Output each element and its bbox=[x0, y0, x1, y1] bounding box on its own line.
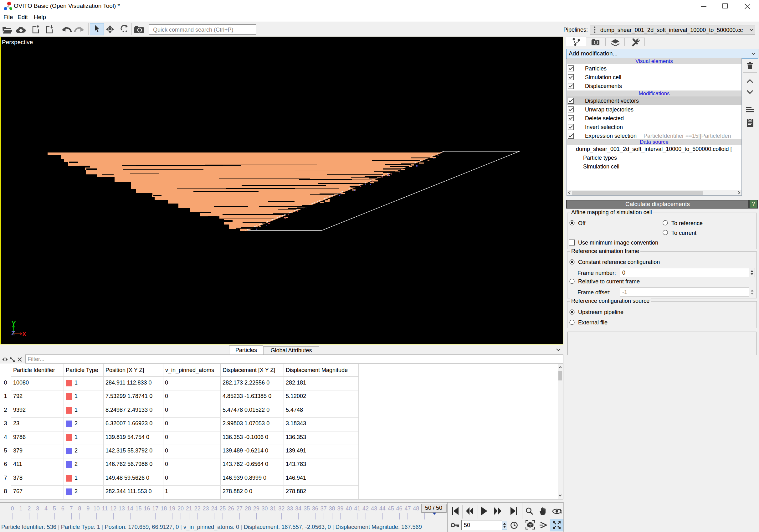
svg-text:Y: Y bbox=[12, 320, 16, 327]
svg-text:Z: Z bbox=[11, 330, 15, 337]
svg-text:x: x bbox=[22, 330, 26, 337]
